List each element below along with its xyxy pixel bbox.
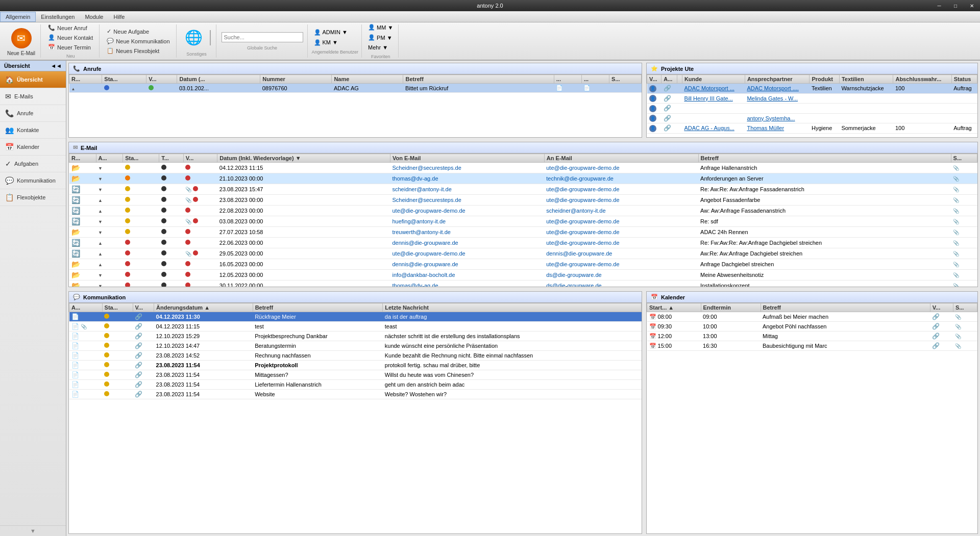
table-row[interactable]: 📂 ▲ 16.05.2023 00:00 dennis@die-groupwar…: [69, 259, 977, 270]
proj-col-kunde[interactable]: Kunde: [682, 75, 745, 84]
email-col-an[interactable]: An E-Mail: [544, 154, 698, 163]
email-col-v[interactable]: V...: [183, 154, 217, 163]
table-row[interactable]: 🔄 ▼ 📎 23.08.2023 15:47 scheidner@antony-…: [69, 184, 977, 195]
email-col-r[interactable]: R...: [69, 154, 96, 163]
neuer-termin-button[interactable]: 📅 Neuer Termin: [45, 43, 96, 52]
proj-col-ansp[interactable]: Ansprechpartner: [745, 75, 810, 84]
neue-aufgabe-button[interactable]: ✓ Neue Aufgabe: [104, 27, 173, 36]
anrufe-col-a2[interactable]: ...: [581, 75, 609, 84]
table-row[interactable]: 03.01.202... 08976760 ADAC AG Bittet um …: [69, 84, 642, 93]
user-mehr-button[interactable]: Mehr ▼: [366, 43, 395, 52]
email-col-t[interactable]: T...: [159, 154, 184, 163]
table-row[interactable]: 📂 ▼ 27.07.2023 10:58 treuwerth@antony-it…: [69, 227, 977, 238]
anrufe-col-s[interactable]: S...: [609, 75, 642, 84]
proj-col-s[interactable]: [677, 75, 682, 84]
neuer-kontakt-button[interactable]: 👤 Neuer Kontakt: [45, 33, 96, 42]
table-row[interactable]: 👤 🔗 ADAC Motorsport ... ADAC Motorsport …: [647, 84, 977, 94]
email-col-datum[interactable]: Datum (Inkl. Wiedervorlage) ▼: [217, 154, 390, 163]
table-row[interactable]: 📅 08:00 09:00 Aufmaß bei Meier machen 🔗 …: [647, 312, 977, 322]
email-col-von[interactable]: Von E-Mail: [390, 154, 544, 163]
anrufe-col-datum[interactable]: Datum (...: [177, 75, 260, 84]
komm-col-sta[interactable]: Sta...: [102, 303, 133, 312]
kal-col-start[interactable]: Start... ▲: [647, 303, 701, 312]
proj-col-textilien[interactable]: Textilien: [839, 75, 893, 84]
table-row[interactable]: 👤 🔗: [647, 104, 977, 114]
table-row[interactable]: 🔄 ▲ 22.06.2023 00:00 dennis@die-groupwar…: [69, 238, 977, 248]
table-row[interactable]: 👤 🔗 ADAC AG - Augus... Thomas Müller Hyg…: [647, 123, 977, 134]
komm-col-v[interactable]: V...: [133, 303, 154, 312]
user-km-button[interactable]: 👤 KM ▼: [312, 38, 359, 47]
anrufe-col-name[interactable]: Name: [332, 75, 403, 84]
table-row[interactable]: 📄 🔗 23.08.2023 11:54 Website Website? Wo…: [69, 390, 642, 399]
sidebar-item-emails[interactable]: ✉ E-Mails: [0, 88, 66, 105]
table-row[interactable]: 📅 12:00 13:00 Mittag 🔗 📎: [647, 331, 977, 341]
anrufe-col-r[interactable]: R...: [69, 75, 102, 84]
komm-col-datum[interactable]: Änderungsdatum ▲: [154, 303, 253, 312]
anrufe-col-betreff[interactable]: Betreff: [403, 75, 554, 84]
menu-hilfe[interactable]: Hilfe: [108, 12, 130, 21]
minimize-button[interactable]: ─: [931, 0, 947, 11]
table-row[interactable]: 🔄 ▲ 📎 23.08.2023 00:00 Scheidner@secures…: [69, 195, 977, 206]
komm-col-nachricht[interactable]: Letzte Nachricht: [383, 303, 642, 312]
table-row[interactable]: 📄 🔗 12.10.2023 15:29 Projektbesprechung …: [69, 331, 642, 341]
table-row[interactable]: 📂 ▼ 04.12.2023 11:15 Scheidner@secureste…: [69, 163, 977, 173]
kal-col-betreff[interactable]: Betreff: [761, 303, 930, 312]
kal-col-v[interactable]: V...: [930, 303, 953, 312]
email-col-sta[interactable]: Sta...: [123, 154, 159, 163]
neuer-anruf-button[interactable]: 📞 Neuer Anruf: [45, 23, 96, 32]
table-row[interactable]: 📄 🔗 23.08.2023 11:54 Projektprotokoll pr…: [69, 361, 642, 370]
user-mm-button[interactable]: 👤 MM ▼: [366, 23, 395, 32]
table-row[interactable]: 📅 15:00 16:30 Baubesichtigung mit Marc 🔗…: [647, 341, 977, 351]
table-row[interactable]: 🔄 ▲ 📎 29.05.2023 00:00 ute@die-groupware…: [69, 248, 977, 259]
neue-email-area[interactable]: ✉ Neue E-Mail: [2, 24, 41, 58]
sidebar-item-flexobjekte[interactable]: 📋 Flexobjekte: [0, 189, 66, 206]
menu-einstellungen[interactable]: Einstellungen: [36, 12, 80, 21]
table-row[interactable]: 👤 🔗 Bill Henry III Gate... Melinda Gates…: [647, 93, 977, 104]
user-admin-button[interactable]: 👤 ADMIN ▼: [312, 28, 359, 37]
table-row[interactable]: 📂 ▼ 30.11.2022 00:00 thomas@dv-ag.de ds@…: [69, 280, 977, 287]
table-row[interactable]: 📄 🔗 23.08.2023 11:54 Liefertermin Hallen…: [69, 380, 642, 390]
neues-flexobjekt-button[interactable]: 📋 Neues Flexobjekt: [104, 46, 173, 55]
sidebar-item-kalender[interactable]: 📅 Kalender: [0, 139, 66, 156]
table-row[interactable]: 📄 🔗 23.08.2023 11:54 Mittagessen? Willst…: [69, 370, 642, 380]
proj-col-v[interactable]: V...: [647, 75, 662, 84]
anrufe-col-sta[interactable]: Sta...: [102, 75, 146, 84]
sidebar-item-anrufe[interactable]: 📞 Anrufe: [0, 105, 66, 122]
table-row[interactable]: 📄 🔗 12.10.2023 14:47 Beratungstermin kun…: [69, 341, 642, 351]
email-col-a[interactable]: A...: [96, 154, 123, 163]
anrufe-col-v[interactable]: V...: [146, 75, 177, 84]
email-col-s[interactable]: S...: [951, 154, 977, 163]
anrufe-col-a1[interactable]: ...: [554, 75, 581, 84]
table-row[interactable]: 📂 ▼ 12.05.2023 00:00 info@dankbar-bochol…: [69, 270, 977, 280]
table-row[interactable]: 📄 📎 🔗 04.12.2023 11:15 test teast: [69, 322, 642, 331]
maximize-button[interactable]: □: [947, 0, 964, 11]
sidebar-collapse-icon[interactable]: ◄◄: [51, 63, 62, 69]
sidebar-item-uebersicht[interactable]: 🏠 Übersicht: [0, 71, 66, 88]
sonstiges-button[interactable]: 🌐: [181, 27, 207, 48]
sidebar-bottom-arrow[interactable]: ▼: [30, 528, 36, 534]
table-row[interactable]: 📂 ▼ 21.10.2023 00:00 thomas@dv-ag.de tec…: [69, 173, 977, 184]
kal-col-s[interactable]: S...: [953, 303, 977, 312]
sidebar-item-kommunikation[interactable]: 💬 Kommunikation: [0, 172, 66, 189]
table-row[interactable]: 🔄 ▲ 22.08.2023 00:00 ute@die-groupware-d…: [69, 206, 977, 216]
proj-col-abschluss[interactable]: Abschlusswahr...: [893, 75, 951, 84]
anrufe-col-nummer[interactable]: Nummer: [260, 75, 332, 84]
table-row[interactable]: 🔄 ▼ 📎 03.08.2023 00:00 huefing@antony-it…: [69, 216, 977, 227]
table-row[interactable]: 📅 09:30 10:00 Angebot Pöhl nachfassen 🔗 …: [647, 322, 977, 331]
komm-col-betreff[interactable]: Betreff: [253, 303, 383, 312]
email-col-betreff[interactable]: Betreff: [698, 154, 951, 163]
kal-col-end[interactable]: Endtermin: [701, 303, 761, 312]
sidebar-item-kontakte[interactable]: 👥 Kontakte: [0, 122, 66, 139]
menu-module[interactable]: Module: [80, 12, 108, 21]
table-row[interactable]: 📄 🔗 04.12.2023 11:30 Rückfrage Meier da …: [69, 312, 642, 322]
close-button[interactable]: ✕: [964, 0, 980, 11]
table-row[interactable]: 📄 🔗 23.08.2023 14:52 Rechnung nachfassen…: [69, 351, 642, 361]
sidebar-item-aufgaben[interactable]: ✓ Aufgaben: [0, 156, 66, 172]
table-row[interactable]: 👤 🔗 antony Systemha...: [647, 113, 977, 123]
proj-col-status[interactable]: Status: [951, 75, 977, 84]
search-input[interactable]: [222, 32, 303, 42]
komm-col-a[interactable]: A...: [69, 303, 103, 312]
user-pm-button[interactable]: 👤 PM ▼: [366, 33, 395, 42]
proj-col-produkt[interactable]: Produkt: [810, 75, 839, 84]
menu-allgemein[interactable]: Allgemein: [0, 12, 36, 22]
